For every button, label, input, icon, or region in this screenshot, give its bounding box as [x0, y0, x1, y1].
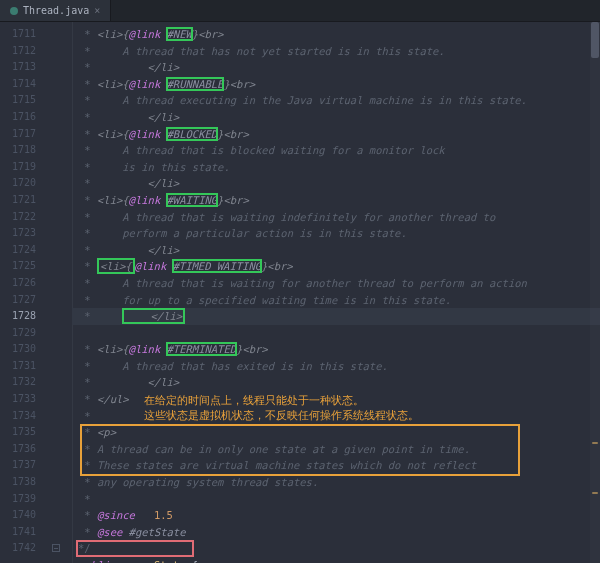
scrollbar-marker: [592, 442, 598, 444]
line-number: 1721: [0, 192, 46, 209]
line-number: 1720: [0, 175, 46, 192]
line-number: 1731: [0, 358, 46, 375]
line-number: 1730: [0, 341, 46, 358]
line-number: 1740: [0, 507, 46, 524]
line-number: 1742: [0, 540, 46, 557]
tab-thread-java[interactable]: Thread.java ×: [0, 0, 111, 21]
line-number: 1729: [0, 325, 46, 342]
state-blocked: #BLOCKED: [167, 128, 218, 140]
li-tag: <li>{: [97, 28, 129, 40]
line-number: 1718: [0, 142, 46, 159]
line-number: 1737: [0, 457, 46, 474]
line-number: 1741: [0, 524, 46, 541]
tab-bar: Thread.java ×: [0, 0, 600, 22]
scrollbar-thumb[interactable]: [591, 22, 599, 58]
fold-gutter[interactable]: [46, 22, 72, 563]
line-number: 1711: [0, 26, 46, 43]
code-area[interactable]: * <li>{@link #NEW}<br> * A thread that h…: [72, 22, 600, 563]
kw-enum: enum: [122, 559, 147, 563]
tab-filename: Thread.java: [23, 5, 89, 16]
state-waiting: #WAITING: [167, 194, 218, 206]
kw-public: public: [78, 559, 116, 563]
line-number: 1733: [0, 391, 46, 408]
line-number: 1713: [0, 59, 46, 76]
vertical-scrollbar[interactable]: [590, 22, 600, 563]
java-file-icon: [10, 7, 18, 15]
line-number: 1722: [0, 209, 46, 226]
line-number: 1725: [0, 258, 46, 275]
line-number: 1732: [0, 374, 46, 391]
line-number: 1739: [0, 491, 46, 508]
line-number: 1727: [0, 292, 46, 309]
state-timed-waiting: #TIMED_WAITING: [173, 260, 262, 272]
see-tag: @see: [97, 526, 122, 538]
link-tag: @link: [129, 28, 161, 40]
fold-toggle-icon[interactable]: [52, 544, 60, 552]
close-icon[interactable]: ×: [94, 5, 100, 16]
line-number: 1715: [0, 92, 46, 109]
line-number: 1723: [0, 225, 46, 242]
editor[interactable]: 1711171217131714171517161717171817191720…: [0, 22, 600, 563]
line-number-gutter: 1711171217131714171517161717171817191720…: [0, 22, 46, 563]
line-number: 1716: [0, 109, 46, 126]
line-number: 1712: [0, 43, 46, 60]
enum-name: State: [154, 559, 186, 563]
line-number: 1728: [0, 308, 46, 325]
line-number: 1736: [0, 441, 46, 458]
line-number: 1734: [0, 408, 46, 425]
state-new: #NEW: [167, 28, 192, 40]
scrollbar-marker: [592, 492, 598, 494]
line-number: 1717: [0, 126, 46, 143]
line-number: 1726: [0, 275, 46, 292]
line-number: 1735: [0, 424, 46, 441]
line-number: 1724: [0, 242, 46, 259]
state-runnable: #RUNNABLE: [167, 78, 224, 90]
since-tag: @since: [97, 509, 135, 521]
line-number: 1719: [0, 159, 46, 176]
doc-text: A thread that has not yet started is in …: [122, 45, 444, 57]
line-number: 1738: [0, 474, 46, 491]
line-number: 1714: [0, 76, 46, 93]
state-terminated: #TERMINATED: [167, 343, 237, 355]
summary-line: A thread can be in only one state at a g…: [97, 443, 470, 455]
